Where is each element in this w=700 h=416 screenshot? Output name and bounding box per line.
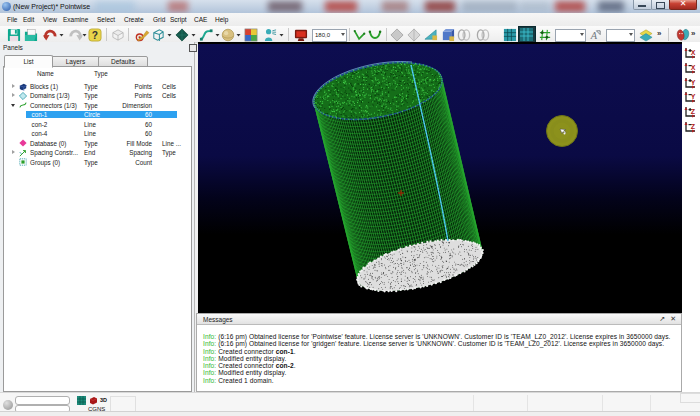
svg-text:Z: Z bbox=[691, 123, 696, 130]
svg-text:Z: Z bbox=[691, 108, 696, 115]
svg-text:X: X bbox=[691, 63, 696, 70]
svg-text:Y: Y bbox=[691, 93, 696, 100]
svg-text:Y: Y bbox=[691, 78, 696, 85]
svg-text:A: A bbox=[590, 30, 598, 41]
svg-text:X: X bbox=[691, 49, 696, 56]
svg-text:?: ? bbox=[92, 30, 98, 41]
